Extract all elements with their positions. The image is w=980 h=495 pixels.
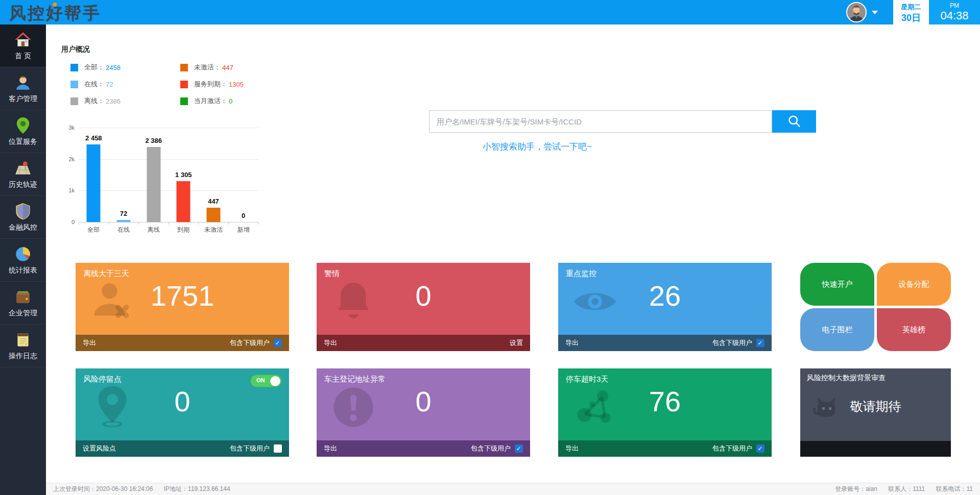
logo-accent-dot bbox=[53, 3, 57, 7]
search-input[interactable] bbox=[429, 110, 772, 133]
geofence-button[interactable]: 电子围栏 bbox=[800, 308, 874, 351]
last-login-time: 上次登录时间：2020-06-30 16:24:06 bbox=[53, 485, 153, 492]
bar-value-label: 0 bbox=[242, 212, 245, 219]
card-offline-3days: 离线大于三天 1751 导出 包含下级用户 bbox=[76, 263, 289, 351]
checkbox-icon[interactable] bbox=[274, 339, 282, 347]
sidebar-item-home[interactable]: 首 页 bbox=[0, 24, 46, 67]
legend-value: 72 bbox=[106, 81, 113, 88]
card-value: 0 bbox=[317, 279, 530, 312]
sidebar-item-customers[interactable]: 客户管理 bbox=[0, 67, 46, 110]
card-title: 风险停留点 bbox=[83, 375, 122, 384]
bar-到期 bbox=[177, 181, 190, 222]
include-subusers-checkbox[interactable]: 包含下级用户 bbox=[712, 444, 764, 453]
card-key-monitoring: 重点监控 26 导出 包含下级用户 bbox=[558, 263, 772, 351]
ampm-label: PM bbox=[929, 2, 980, 9]
x-axis-label: 新增 bbox=[228, 226, 258, 234]
legend-swatch bbox=[180, 81, 188, 88]
sidebar: 首 页 客户管理 位置服务 历史轨迹 金融风控 bbox=[0, 24, 46, 495]
set-risk-point-button[interactable]: 设置风险点 bbox=[83, 444, 116, 453]
time-label: 04:38 bbox=[929, 9, 980, 22]
sidebar-item-label: 位置服务 bbox=[9, 137, 37, 146]
export-button[interactable]: 导出 bbox=[565, 338, 579, 348]
x-axis-label: 到期 bbox=[169, 226, 199, 234]
sidebar-item-location[interactable]: 位置服务 bbox=[0, 110, 46, 153]
hero-list-button[interactable]: 英雄榜 bbox=[877, 308, 951, 351]
contact-person: 联系人：1111 bbox=[888, 485, 925, 492]
include-subusers-checkbox[interactable]: 包含下级用户 bbox=[471, 444, 523, 453]
search-button[interactable] bbox=[772, 110, 816, 133]
card-title: 离线大于三天 bbox=[83, 269, 129, 279]
card-alerts: 警情 0 导出 设置 bbox=[317, 263, 530, 351]
export-button[interactable]: 导出 bbox=[83, 338, 96, 348]
legend-item: 服务到期： 1305 bbox=[180, 79, 244, 89]
y-axis-tick: 0 bbox=[71, 219, 75, 225]
checkbox-icon[interactable] bbox=[274, 444, 282, 453]
include-subusers-checkbox[interactable]: 包含下级用户 bbox=[230, 338, 282, 348]
card-value: 0 bbox=[317, 385, 530, 418]
sidebar-item-risk[interactable]: 金融风控 bbox=[0, 196, 46, 239]
legend-label: 离线： bbox=[84, 96, 104, 106]
legend-item: 全部： 2458 bbox=[70, 62, 121, 72]
sidebar-item-label: 统计报表 bbox=[9, 266, 37, 275]
checkbox-icon[interactable] bbox=[756, 339, 764, 347]
search-assistant-link[interactable]: 小智搜索助手，尝试一下吧~ bbox=[483, 141, 592, 153]
shield-icon bbox=[14, 203, 32, 220]
checkbox-icon[interactable] bbox=[756, 444, 764, 453]
device-assign-button[interactable]: 设备分配 bbox=[877, 263, 951, 306]
sidebar-item-label: 首 页 bbox=[15, 52, 31, 61]
sidebar-item-label: 历史轨迹 bbox=[9, 180, 37, 189]
y-axis-tick: 1k bbox=[68, 187, 75, 193]
x-axis-label: 在线 bbox=[109, 226, 139, 234]
card-risk-stay-points: 风险停留点 ON 0 设置风险点 包含下级用户 bbox=[76, 368, 289, 457]
card-title: 警情 bbox=[324, 269, 340, 279]
bar-离线 bbox=[147, 147, 160, 222]
sidebar-item-label: 企业管理 bbox=[9, 309, 37, 318]
day-label: 30日 bbox=[893, 12, 929, 24]
bar-全部 bbox=[87, 144, 101, 222]
y-axis-tick: 3k bbox=[68, 125, 75, 131]
legend-value: 447 bbox=[222, 64, 233, 71]
card-title: 停车超时3天 bbox=[566, 375, 608, 384]
include-subusers-checkbox[interactable]: 包含下级用户 bbox=[712, 338, 764, 348]
quick-actions-grid: 快速开户 设备分配 电子围栏 英雄榜 bbox=[800, 263, 951, 351]
legend-label: 在线： bbox=[84, 80, 104, 89]
sidebar-item-enterprise[interactable]: 企业管理 bbox=[0, 282, 46, 325]
card-value: 0 bbox=[76, 385, 289, 418]
card-big-data-review: 风险控制大数据背景审查 敬请期待 bbox=[800, 368, 951, 457]
sidebar-item-label: 操作日志 bbox=[9, 352, 37, 361]
legend-item: 离线： 2386 bbox=[70, 96, 121, 106]
sidebar-item-reports[interactable]: 统计报表 bbox=[0, 239, 46, 282]
legend-item: 当月激活： 0 bbox=[180, 96, 244, 106]
sidebar-item-history[interactable]: 历史轨迹 bbox=[0, 153, 46, 196]
bar-value-label: 2 458 bbox=[85, 134, 102, 142]
top-bar: 风控好帮手 星期二 30日 PM 04:38 bbox=[0, 0, 980, 24]
notepad-icon bbox=[14, 331, 32, 349]
legend-value: 2458 bbox=[106, 64, 121, 71]
card-value: 1751 bbox=[76, 279, 289, 312]
x-axis-label: 全部 bbox=[79, 226, 109, 234]
sidebar-item-logs[interactable]: 操作日志 bbox=[0, 325, 46, 367]
include-subusers-checkbox[interactable]: 包含下级用户 bbox=[230, 444, 282, 453]
legend-value: 1305 bbox=[229, 81, 244, 88]
location-icon bbox=[14, 117, 32, 134]
bar-value-label: 1 305 bbox=[175, 171, 192, 179]
weekday-label: 星期二 bbox=[893, 3, 929, 12]
export-button[interactable]: 导出 bbox=[324, 338, 337, 348]
legend-swatch bbox=[70, 81, 78, 88]
settings-button[interactable]: 设置 bbox=[510, 338, 523, 348]
user-overview-bar-chart: 01k2k3k2 458722 3861 3054470 全部在线离线到期未激活… bbox=[62, 121, 261, 243]
export-button[interactable]: 导出 bbox=[324, 444, 337, 453]
x-axis-ticks bbox=[79, 222, 258, 225]
checkbox-icon[interactable] bbox=[515, 444, 523, 453]
card-title: 重点监控 bbox=[566, 269, 596, 279]
chevron-down-icon[interactable] bbox=[872, 11, 878, 14]
legend-value: 0 bbox=[229, 97, 232, 105]
export-button[interactable]: 导出 bbox=[565, 444, 579, 453]
customer-icon bbox=[14, 74, 32, 91]
card-value: 76 bbox=[558, 385, 772, 418]
avatar[interactable] bbox=[846, 2, 867, 22]
contact-phone: 联系电话：11 bbox=[936, 485, 973, 492]
card-title: 风险控制大数据背景审查 bbox=[807, 374, 886, 383]
quick-open-account-button[interactable]: 快速开户 bbox=[800, 263, 874, 306]
x-axis-label: 未激活 bbox=[199, 226, 229, 234]
